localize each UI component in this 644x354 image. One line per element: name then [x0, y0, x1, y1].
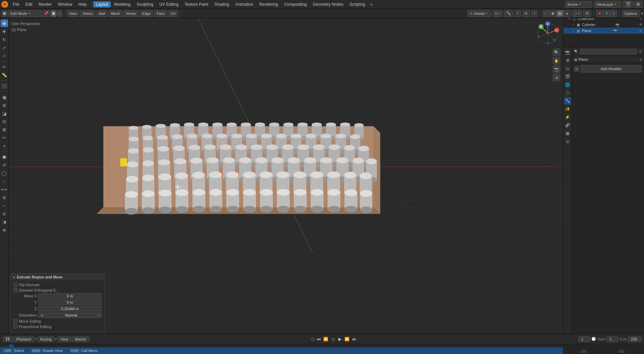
render-shading-btn[interactable]: ● — [564, 10, 570, 17]
pin-btn[interactable]: 📌 — [43, 10, 50, 17]
tool-to-sphere[interactable]: ◑ — [1, 218, 8, 225]
view-menu-timeline[interactable]: View — [57, 336, 71, 342]
tool-bevel[interactable]: ◪ — [1, 110, 8, 117]
tool-shrink-fatten[interactable]: ⊛ — [1, 194, 8, 201]
keying-menu[interactable]: Keying — [37, 336, 55, 342]
tool-loop-cut[interactable]: ⊟ — [1, 118, 8, 125]
modifier-list-icon[interactable]: ≡ — [574, 66, 579, 72]
prop-tab-particles[interactable]: ✨ — [564, 105, 571, 113]
tool-poly-build[interactable]: ⬟ — [1, 153, 8, 161]
mode-dropdown[interactable]: Edit Mode ▾ — [8, 10, 42, 17]
solid-shading-btn[interactable]: ◉ — [549, 10, 556, 17]
workspace-texture-paint[interactable]: Texture Paint — [182, 1, 211, 7]
workspace-scripting[interactable]: Scripting — [347, 1, 368, 7]
tool-move[interactable]: ✥ — [1, 28, 8, 35]
proportional-checkbox[interactable] — [13, 324, 18, 329]
viewport-gizmo[interactable]: X Y Z — [536, 22, 560, 45]
marker-menu[interactable]: Marker — [72, 336, 89, 342]
prop-tab-object[interactable]: ⬡ — [564, 89, 571, 97]
play-back-btn[interactable]: ◁ — [330, 336, 336, 342]
workspace-animation[interactable]: Animation — [233, 1, 256, 7]
operator-panel-header[interactable]: ▾ Extrude Region and Move — [10, 274, 104, 280]
jump-start-btn[interactable]: ⏮ — [316, 336, 322, 342]
workspace-geometry-nodes[interactable]: Geometry Nodes — [310, 1, 346, 7]
tool-measure[interactable]: 📏 — [1, 71, 8, 79]
tool-rotate[interactable]: ↻ — [1, 36, 8, 43]
workspace-layout[interactable]: Layout — [93, 1, 111, 7]
prop-tab-modifier[interactable]: 🔧 — [564, 97, 571, 105]
camera-icon-plane[interactable]: 📷 — [613, 29, 617, 33]
add-modifier-btn[interactable]: Add Modifier — [581, 65, 642, 73]
jump-end-btn[interactable]: ⏭ — [351, 336, 357, 342]
workspace-compositing[interactable]: Compositing — [281, 1, 309, 7]
tool-smooth[interactable]: ◯ — [1, 169, 8, 177]
local-view-btn[interactable]: ◼ — [51, 10, 56, 17]
play-forward-btn[interactable]: ▶ — [337, 336, 343, 342]
overlay-btn[interactable]: ◌ ▾ — [572, 10, 582, 17]
select-menu[interactable]: Select — [80, 10, 95, 17]
wireframe-shading-btn[interactable]: □ — [542, 10, 549, 17]
uv-menu[interactable]: UV — [168, 10, 178, 17]
material-shading-btn[interactable]: ◎ — [557, 10, 563, 17]
menu-file[interactable]: File — [10, 1, 22, 7]
tool-annotate[interactable]: ✏ — [1, 63, 8, 71]
workspace-modeling[interactable]: Modeling — [111, 1, 133, 7]
tool-edge-slide[interactable]: ⟺ — [1, 186, 8, 193]
workspace-rendering[interactable]: Rendering — [257, 1, 281, 7]
tool-randomize[interactable]: ⁘ — [1, 178, 8, 185]
workspace-sculpting[interactable]: Sculpting — [134, 1, 156, 7]
prop-tab-render[interactable]: 📷 — [564, 49, 571, 56]
tool-scale[interactable]: ⤢ — [1, 44, 8, 51]
add-workspace-btn[interactable]: + — [370, 2, 373, 7]
workspace-uv-editing[interactable]: UV Editing — [157, 1, 181, 7]
zoom-in-btn[interactable]: 🔍 — [553, 49, 560, 56]
pivot-point[interactable]: ⊙ ▾ — [492, 10, 503, 17]
properties-options-icon[interactable]: ⚙ — [639, 50, 642, 53]
tool-rip[interactable]: ⊗ — [1, 226, 8, 234]
mirror-checkbox[interactable] — [13, 319, 18, 323]
menu-render[interactable]: Render — [36, 1, 54, 7]
x-axis-btn[interactable]: X — [596, 10, 603, 17]
object-name-more[interactable]: ⊕ — [639, 58, 642, 61]
tool-inset[interactable]: ⊞ — [1, 102, 8, 109]
step-forward-btn[interactable]: ⏩ — [344, 336, 350, 342]
face-menu[interactable]: Face — [154, 10, 167, 17]
start-frame-field[interactable]: 1 — [607, 336, 618, 342]
visibility-icon-2[interactable]: 👁 — [639, 23, 643, 27]
tool-spin[interactable]: ↺ — [1, 161, 8, 169]
proportional-edit[interactable]: ⊙ — [522, 10, 530, 17]
menu-edit[interactable]: Edit — [23, 1, 35, 7]
flip-normals-checkbox[interactable] — [13, 282, 18, 287]
tool-bisect[interactable]: ⋄ — [1, 142, 8, 149]
prop-tab-material[interactable]: ◎ — [564, 138, 571, 145]
camera-view-btn[interactable]: 📷 — [553, 65, 560, 73]
current-frame-field[interactable]: 1 — [578, 336, 590, 342]
view-layer-selector[interactable]: ViewLayer ▾ — [594, 1, 621, 8]
orientation-dropdown[interactable]: ⊞ Normal ▾ — [38, 312, 102, 318]
workspace-shading[interactable]: Shading — [212, 1, 232, 7]
prop-tab-physics[interactable]: ⚡ — [564, 113, 571, 121]
tool-knife[interactable]: ✂ — [1, 134, 8, 141]
prop-tab-output[interactable]: 🖥 — [564, 57, 571, 64]
view-menu[interactable]: View — [67, 10, 79, 17]
move-z-value[interactable]: 0.35448 m — [38, 306, 102, 311]
properties-search-input[interactable] — [580, 49, 637, 54]
hand-tool-btn[interactable]: ✋ — [553, 57, 560, 64]
prop-tab-world[interactable]: 🌐 — [564, 81, 571, 88]
playback-menu[interactable]: Playback — [13, 336, 34, 342]
visibility-icon-3[interactable]: 👁 — [639, 29, 643, 33]
options-btn[interactable]: Options — [622, 10, 640, 17]
end-frame-field[interactable]: 250 — [628, 336, 641, 342]
prop-tab-scene[interactable]: 🎬 — [564, 73, 571, 80]
proportional-dropdown[interactable]: ▾ — [531, 10, 537, 17]
step-back-btn[interactable]: ⏪ — [323, 336, 329, 342]
tool-shear[interactable]: ⊘ — [1, 210, 8, 217]
menu-window[interactable]: Window — [55, 1, 75, 7]
prop-tab-view-layer[interactable]: 🗂 — [564, 65, 571, 72]
prop-tab-data[interactable]: ▦ — [564, 130, 571, 137]
snap-dropdown[interactable]: ▾ — [515, 10, 521, 17]
scene-selector[interactable]: Scene ▾ — [565, 1, 592, 8]
move-y-value[interactable]: 0 m — [38, 300, 102, 305]
tool-cursor[interactable]: ⊕ — [1, 20, 8, 27]
wireframe-btn[interactable]: □ — [57, 10, 62, 17]
